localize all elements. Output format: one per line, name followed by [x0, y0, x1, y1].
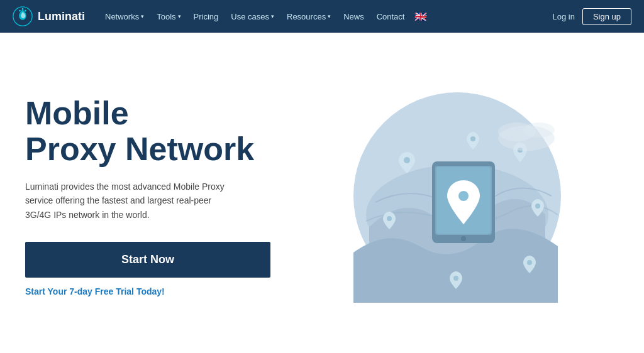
svg-point-15: [527, 260, 532, 265]
nav-item-news[interactable]: News: [338, 8, 369, 25]
svg-point-17: [387, 216, 392, 221]
hero-title: Mobile Proxy Network: [25, 95, 283, 167]
svg-point-14: [535, 204, 540, 209]
start-now-button[interactable]: Start Now: [25, 242, 270, 278]
logo-icon: [13, 6, 33, 26]
svg-point-1: [19, 10, 21, 12]
chevron-down-icon: ▾: [178, 13, 181, 19]
signup-button[interactable]: Sign up: [582, 8, 631, 25]
login-button[interactable]: Log in: [552, 12, 574, 21]
chevron-down-icon: ▾: [328, 13, 331, 19]
svg-point-9: [461, 236, 466, 241]
nav-item-contact[interactable]: Contact: [372, 8, 410, 25]
svg-point-10: [458, 191, 469, 201]
svg-point-2: [22, 8, 24, 10]
mobile-proxy-illustration: [350, 89, 564, 303]
nav-items: Networks ▾ Tools ▾ Pricing Use cases ▾ R…: [100, 8, 552, 25]
navbar: Luminati Networks ▾ Tools ▾ Pricing Use …: [0, 0, 644, 33]
language-flag[interactable]: 🇬🇧: [412, 11, 430, 23]
nav-item-tools[interactable]: Tools ▾: [152, 8, 186, 25]
hero-content: Mobile Proxy Network Luminati provides t…: [25, 95, 296, 297]
svg-point-3: [25, 10, 26, 12]
hero-description: Luminati provides the most advanced Mobi…: [25, 180, 239, 222]
nav-auth: Log in Sign up: [552, 8, 631, 25]
svg-point-20: [523, 122, 555, 138]
nav-item-resources[interactable]: Resources ▾: [282, 8, 336, 25]
svg-point-12: [470, 136, 475, 141]
hero-illustration: [296, 58, 619, 334]
nav-item-pricing[interactable]: Pricing: [189, 8, 224, 25]
chevron-down-icon: ▾: [141, 13, 144, 19]
trial-text[interactable]: Start Your 7-day Free Trial Today!: [25, 286, 283, 296]
chevron-down-icon: ▾: [271, 13, 274, 19]
nav-item-usecases[interactable]: Use cases ▾: [226, 8, 279, 25]
nav-item-networks[interactable]: Networks ▾: [100, 8, 149, 25]
hero-section: Mobile Proxy Network Luminati provides t…: [0, 33, 644, 353]
svg-point-11: [404, 157, 410, 163]
svg-point-16: [453, 276, 458, 281]
logo-text: Luminati: [38, 10, 85, 23]
logo[interactable]: Luminati: [13, 6, 85, 26]
